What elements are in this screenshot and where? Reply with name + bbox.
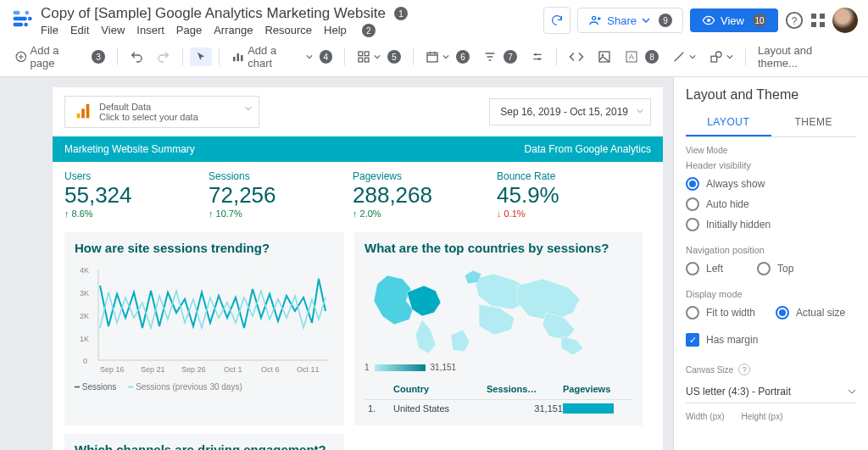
svg-rect-15: [233, 57, 236, 61]
annotation-badge: 1: [394, 7, 408, 20]
data-control-button[interactable]: [526, 47, 549, 67]
radio-nav-left[interactable]: Left: [686, 258, 723, 279]
url-embed-button[interactable]: [564, 47, 589, 66]
chevron-down-icon: [848, 387, 856, 396]
svg-point-30: [715, 52, 721, 58]
tab-theme[interactable]: THEME: [771, 109, 857, 136]
text-icon: A: [625, 50, 638, 64]
svg-rect-0: [14, 11, 20, 15]
add-page-button[interactable]: Add a page 3: [10, 41, 110, 73]
redo-button[interactable]: [152, 47, 175, 67]
radio-nav-top[interactable]: Top: [757, 258, 793, 279]
analytics-icon: [74, 103, 92, 121]
community-vis-button[interactable]: 5: [352, 47, 406, 67]
svg-rect-31: [77, 114, 81, 119]
help-icon[interactable]: ?: [738, 364, 750, 375]
svg-text:Sep 26: Sep 26: [181, 365, 206, 374]
metric-delta: ↓ 0.1%: [497, 208, 615, 219]
svg-rect-19: [364, 52, 369, 56]
svg-rect-18: [359, 52, 363, 56]
undo-icon: [130, 50, 143, 64]
world-map-chart[interactable]: [364, 260, 610, 358]
text-button[interactable]: A8: [620, 47, 664, 67]
col-pageviews: Pageviews: [563, 384, 622, 394]
menu-arrange[interactable]: Arrange: [214, 24, 253, 37]
menu-page[interactable]: Page: [176, 24, 202, 37]
add-chart-label: Add a chart: [248, 44, 303, 69]
line-button[interactable]: [667, 47, 701, 67]
svg-rect-33: [86, 104, 90, 118]
svg-rect-29: [711, 56, 717, 62]
image-button[interactable]: [593, 47, 616, 67]
person-add-icon: [588, 14, 602, 27]
legend-sessions: Sessions: [82, 382, 117, 392]
select-tool[interactable]: [190, 47, 212, 66]
svg-text:Oct 1: Oct 1: [224, 365, 242, 374]
svg-rect-22: [427, 53, 437, 62]
canvas[interactable]: Default Data Click to select your data S…: [0, 77, 673, 450]
svg-text:4K: 4K: [80, 266, 89, 275]
checkbox-has-margin[interactable]: ✓Has margin: [686, 330, 856, 350]
add-chart-button[interactable]: Add a chart 4: [226, 41, 337, 73]
svg-rect-13: [820, 22, 825, 27]
svg-text:Sep 21: Sep 21: [141, 365, 165, 374]
svg-text:Sep 16: Sep 16: [100, 365, 125, 374]
col-sessions: Sessions…: [487, 384, 563, 394]
annotation-badge: 3: [92, 50, 105, 64]
image-icon: [598, 50, 611, 64]
filter-control-button[interactable]: 7: [478, 47, 522, 67]
date-control-button[interactable]: 6: [420, 47, 475, 67]
sessions-line-chart[interactable]: 4K 3K 2K 1K 0 Sep 16 Sep 21 Sep 26 Oct 1: [75, 260, 337, 379]
channels-chart-title: Which channels are driving engagement?: [75, 442, 334, 450]
date-range-picker[interactable]: Sep 16, 2019 - Oct 15, 2019: [489, 98, 651, 125]
metric-value: 72,256: [209, 182, 327, 208]
annotation-badge: 2: [362, 24, 376, 37]
data-source-selector[interactable]: Default Data Click to select your data: [64, 96, 259, 128]
menu-insert[interactable]: Insert: [136, 24, 164, 37]
chevron-down-icon: [689, 53, 696, 60]
annotation-badge: 10: [753, 14, 766, 27]
canvas-size-select[interactable]: US letter (4:3) - Portrait: [686, 381, 856, 403]
map-scale-max: 31,151: [431, 363, 457, 372]
metric-delta: ↑ 10.7%: [209, 208, 327, 219]
shape-button[interactable]: [704, 47, 738, 67]
redo-icon: [157, 50, 170, 64]
svg-point-7: [707, 19, 710, 22]
tab-layout[interactable]: LAYOUT: [686, 109, 771, 136]
help-icon[interactable]: ?: [785, 11, 804, 30]
chevron-down-icon: [637, 108, 643, 114]
metric-label: Bounce Rate: [497, 170, 615, 182]
view-button[interactable]: View 10: [690, 8, 778, 32]
code-icon: [569, 51, 584, 63]
annotation-badge: 9: [659, 14, 672, 27]
radio-auto-hide[interactable]: Auto hide: [686, 194, 856, 214]
menu-help[interactable]: Help: [324, 24, 347, 37]
doc-title[interactable]: Copy of [Sample] Google Analytics Market…: [41, 5, 386, 22]
radio-always-show[interactable]: Always show: [686, 174, 856, 194]
col-country: Country: [393, 384, 487, 394]
data-source-hint: Click to select your data: [99, 112, 198, 122]
avatar[interactable]: [832, 8, 858, 33]
menu-file[interactable]: File: [41, 24, 58, 37]
grid-icon: [357, 50, 370, 64]
radio-fit-width[interactable]: Fit to width: [686, 303, 755, 323]
refresh-button[interactable]: [543, 7, 570, 34]
label-height: Height (px): [742, 412, 783, 421]
svg-point-5: [24, 23, 28, 27]
menubar: File Edit View Insert Page Arrange Resou…: [41, 24, 543, 37]
share-button[interactable]: Share 9: [577, 8, 683, 33]
radio-initially-hidden[interactable]: Initially hidden: [686, 214, 856, 235]
annotation-badge: 7: [504, 50, 517, 64]
svg-rect-16: [236, 53, 239, 61]
menu-view[interactable]: View: [101, 24, 125, 37]
menu-edit[interactable]: Edit: [70, 24, 89, 37]
undo-button[interactable]: [125, 47, 148, 67]
share-label: Share: [607, 14, 637, 27]
annotation-badge: 4: [320, 50, 333, 64]
layout-theme-button[interactable]: Layout and theme...: [753, 41, 858, 73]
radio-actual-size[interactable]: Actual size: [776, 303, 845, 323]
svg-text:?: ?: [792, 15, 798, 27]
apps-icon[interactable]: [810, 13, 826, 28]
menu-resource[interactable]: Resource: [264, 24, 312, 37]
chevron-down-icon: [642, 16, 650, 25]
